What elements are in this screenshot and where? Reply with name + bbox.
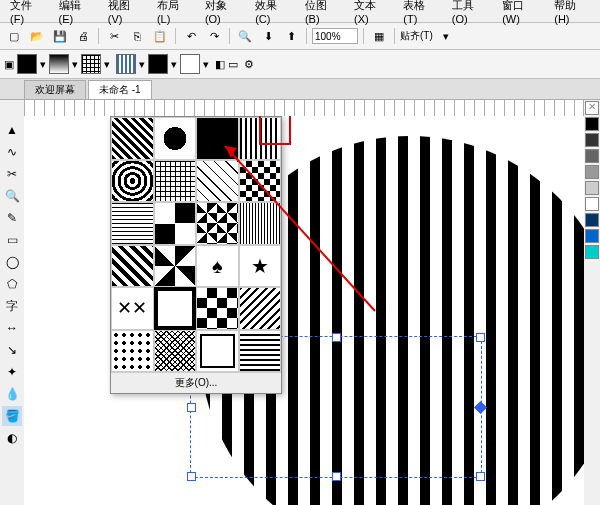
chevron-down-icon[interactable]: ▾ bbox=[104, 58, 110, 71]
pattern-back-swatch[interactable] bbox=[180, 54, 200, 74]
menu-text[interactable]: 文本(X) bbox=[348, 0, 395, 26]
chevron-down-icon[interactable]: ▾ bbox=[72, 58, 78, 71]
chevron-down-icon[interactable]: ▾ bbox=[40, 58, 46, 71]
more-settings-icon[interactable]: ⚙ bbox=[244, 58, 254, 71]
pattern-swatch[interactable] bbox=[154, 287, 197, 330]
pick-tool-icon[interactable]: ▲ bbox=[2, 120, 22, 140]
pattern-swatch[interactable] bbox=[111, 160, 154, 203]
print-icon[interactable]: 🖨 bbox=[73, 26, 93, 46]
pattern-swatch[interactable] bbox=[196, 202, 239, 245]
handle-w[interactable] bbox=[187, 403, 196, 412]
chevron-down-icon[interactable]: ▾ bbox=[139, 58, 145, 71]
menu-file[interactable]: 文件(F) bbox=[4, 0, 51, 26]
menu-table[interactable]: 表格(T) bbox=[397, 0, 444, 26]
export-icon[interactable]: ⬆ bbox=[281, 26, 301, 46]
pattern-swatch[interactable] bbox=[196, 160, 239, 203]
menu-edit[interactable]: 编辑(E) bbox=[53, 0, 100, 26]
pattern-swatch[interactable] bbox=[111, 117, 154, 160]
pattern-swatch[interactable] bbox=[154, 117, 197, 160]
shape-tool-icon[interactable]: ∿ bbox=[2, 142, 22, 162]
color-none[interactable]: ✕ bbox=[585, 101, 599, 115]
pattern-swatch[interactable] bbox=[196, 287, 239, 330]
eyedropper-tool-icon[interactable]: 💧 bbox=[2, 384, 22, 404]
pattern-swatch[interactable] bbox=[111, 245, 154, 288]
redo-icon[interactable]: ↷ bbox=[204, 26, 224, 46]
fill-swatch-grid[interactable] bbox=[81, 54, 101, 74]
tab-welcome[interactable]: 欢迎屏幕 bbox=[24, 80, 86, 99]
fill-swatch-solid[interactable] bbox=[17, 54, 37, 74]
pattern-swatch[interactable] bbox=[196, 117, 239, 160]
open-icon[interactable]: 📂 bbox=[27, 26, 47, 46]
color-gray4[interactable] bbox=[585, 181, 599, 195]
pattern-more-button[interactable]: 更多(O)... bbox=[111, 372, 281, 393]
color-black[interactable] bbox=[585, 117, 599, 131]
color-blue[interactable] bbox=[585, 229, 599, 243]
dimension-tool-icon[interactable]: ↔ bbox=[2, 318, 22, 338]
tab-document[interactable]: 未命名 -1 bbox=[88, 80, 152, 99]
undo-icon[interactable]: ↶ bbox=[181, 26, 201, 46]
pattern-swatch[interactable] bbox=[239, 330, 282, 373]
pattern-swatch[interactable]: ★ bbox=[239, 245, 282, 288]
color-gray1[interactable] bbox=[585, 133, 599, 147]
pattern-swatch[interactable] bbox=[239, 287, 282, 330]
fill-tool-icon[interactable]: 🪣 bbox=[2, 406, 22, 426]
color-cyan[interactable] bbox=[585, 245, 599, 259]
pattern-swatch[interactable] bbox=[239, 160, 282, 203]
pattern-swatch[interactable] bbox=[154, 202, 197, 245]
handle-s[interactable] bbox=[332, 472, 341, 481]
chevron-down-icon[interactable]: ▾ bbox=[203, 58, 209, 71]
pattern-swatch[interactable] bbox=[111, 202, 154, 245]
save-icon[interactable]: 💾 bbox=[50, 26, 70, 46]
effects-tool-icon[interactable]: ✦ bbox=[2, 362, 22, 382]
menu-window[interactable]: 窗口(W) bbox=[496, 0, 546, 26]
pattern-swatch[interactable] bbox=[154, 330, 197, 373]
pattern-swatch[interactable]: ♠ bbox=[196, 245, 239, 288]
pattern-swatch[interactable] bbox=[196, 330, 239, 373]
text-tool-icon[interactable]: 字 bbox=[2, 296, 22, 316]
pattern-swatch[interactable] bbox=[239, 202, 282, 245]
pattern-front-swatch[interactable] bbox=[148, 54, 168, 74]
grid-icon[interactable]: ▦ bbox=[369, 26, 389, 46]
pattern-swatch[interactable]: ✕✕ bbox=[111, 287, 154, 330]
handle-n[interactable] bbox=[332, 333, 341, 342]
zoom-input[interactable] bbox=[312, 28, 358, 44]
pattern-swatch[interactable] bbox=[154, 245, 197, 288]
menu-help[interactable]: 帮助(H) bbox=[548, 0, 596, 26]
snap-dropdown-icon[interactable]: ▾ bbox=[436, 26, 456, 46]
outline-tool-icon[interactable]: ◐ bbox=[2, 428, 22, 448]
copy-icon[interactable]: ⎘ bbox=[127, 26, 147, 46]
pattern-swatch[interactable] bbox=[111, 330, 154, 373]
menu-object[interactable]: 对象(O) bbox=[199, 0, 247, 26]
snap-label[interactable]: 贴齐(T) bbox=[400, 29, 433, 43]
pattern-hatch-swatch[interactable] bbox=[116, 54, 136, 74]
connector-tool-icon[interactable]: ↘ bbox=[2, 340, 22, 360]
transform-icon[interactable]: ◧ bbox=[215, 58, 225, 71]
import-icon[interactable]: ⬇ bbox=[258, 26, 278, 46]
rectangle-tool-icon[interactable]: ▭ bbox=[2, 230, 22, 250]
fill-swatch-gradient[interactable] bbox=[49, 54, 69, 74]
crop-tool-icon[interactable]: ✂ bbox=[2, 164, 22, 184]
menu-tools[interactable]: 工具(O) bbox=[446, 0, 494, 26]
mirror-icon[interactable]: ▭ bbox=[228, 58, 238, 71]
pattern-swatch[interactable] bbox=[154, 160, 197, 203]
canvas[interactable]: ♠ ★ ✕✕ 更多(O)... bbox=[40, 116, 584, 505]
handle-ne[interactable] bbox=[476, 333, 485, 342]
zoom-tool-icon[interactable]: 🔍 bbox=[2, 186, 22, 206]
freehand-tool-icon[interactable]: ✎ bbox=[2, 208, 22, 228]
chevron-down-icon[interactable]: ▾ bbox=[171, 58, 177, 71]
color-gray2[interactable] bbox=[585, 149, 599, 163]
new-icon[interactable]: ▢ bbox=[4, 26, 24, 46]
handle-se[interactable] bbox=[476, 472, 485, 481]
menu-view[interactable]: 视图(V) bbox=[102, 0, 149, 26]
fill-tool-icon[interactable]: ▣ bbox=[4, 58, 14, 71]
menu-layout[interactable]: 布局(L) bbox=[151, 0, 197, 26]
color-white[interactable] bbox=[585, 197, 599, 211]
paste-icon[interactable]: 📋 bbox=[150, 26, 170, 46]
color-gray3[interactable] bbox=[585, 165, 599, 179]
search-icon[interactable]: 🔍 bbox=[235, 26, 255, 46]
menu-effects[interactable]: 效果(C) bbox=[249, 0, 297, 26]
cut-icon[interactable]: ✂ bbox=[104, 26, 124, 46]
color-navy[interactable] bbox=[585, 213, 599, 227]
ellipse-tool-icon[interactable]: ◯ bbox=[2, 252, 22, 272]
polygon-tool-icon[interactable]: ⬠ bbox=[2, 274, 22, 294]
